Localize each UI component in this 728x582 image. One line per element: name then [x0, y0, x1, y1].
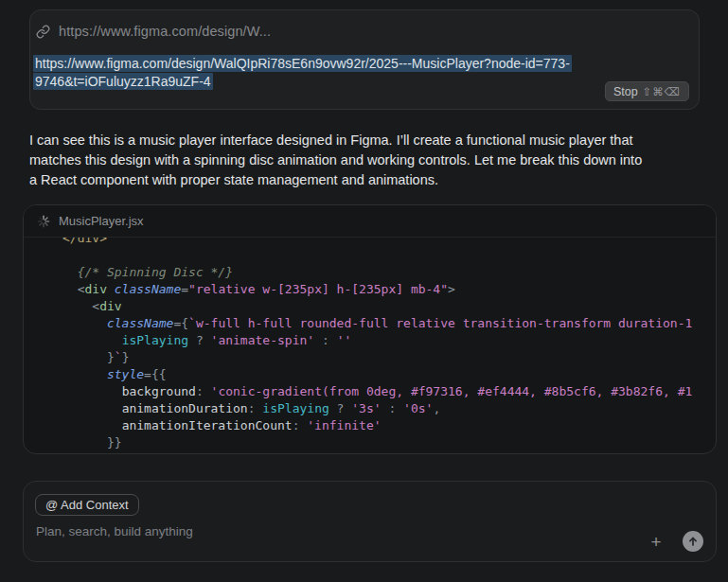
- code-line: </div>: [62, 238, 716, 247]
- arrow-up-icon: [686, 535, 700, 548]
- link-icon: [36, 25, 50, 39]
- selected-url-line-1: https://www.figma.com/design/WalQIpRi78s…: [33, 55, 572, 72]
- code-filename: MusicPlayer.jsx: [59, 214, 144, 228]
- code-card-header[interactable]: MusicPlayer.jsx: [24, 205, 716, 238]
- attach-plus-button[interactable]: +: [646, 531, 666, 552]
- composer: @ Add Context Plan, search, build anythi…: [23, 481, 717, 562]
- spinner-icon: [37, 215, 50, 228]
- code-line: animationIterationCount: 'infinite': [62, 417, 716, 434]
- code-card: MusicPlayer.jsx </div> {/* Spinning Disc…: [23, 204, 717, 454]
- code-line: isPlaying ? 'animate-spin' : '': [62, 332, 716, 349]
- code-line: style={{: [62, 366, 716, 383]
- code-line: }}: [62, 434, 716, 451]
- url-truncated-text: https://www.figma.com/design/W...: [59, 24, 271, 39]
- code-line: }`}: [62, 349, 716, 366]
- code-scroll-area[interactable]: </div> {/* Spinning Disc */} <div classN…: [24, 238, 716, 453]
- assistant-message-line: matches this design with a spinning disc…: [29, 150, 716, 170]
- stop-button-label: Stop: [613, 85, 638, 98]
- code-line: <div: [62, 298, 716, 315]
- assistant-message-line: I can see this is a music player interfa…: [29, 131, 716, 150]
- code-line: background: 'conic-gradient(from 0deg, #…: [62, 383, 716, 400]
- code-line: className={`w-full h-full rounded-full r…: [62, 315, 716, 332]
- chat-panel: https://www.figma.com/design/W... https:…: [0, 0, 728, 582]
- stop-shortcut-keys: ⇧⌘⌫: [643, 85, 681, 98]
- add-context-label: @ Add Context: [45, 498, 129, 512]
- add-context-button[interactable]: @ Add Context: [35, 494, 139, 516]
- link-row: https://www.figma.com/design/W...: [36, 24, 271, 39]
- code-content: </div> {/* Spinning Disc */} <div classN…: [62, 238, 716, 451]
- code-line: {/* Spinning Disc */}: [62, 264, 716, 281]
- stop-button[interactable]: Stop ⇧⌘⌫: [605, 81, 689, 101]
- assistant-message-line: a React component with proper state mana…: [29, 170, 716, 190]
- assistant-message: I can see this is a music player interfa…: [29, 131, 716, 190]
- url-message-card: https://www.figma.com/design/W... https:…: [29, 9, 700, 110]
- code-line: animationDuration: isPlaying ? '3s' : '0…: [62, 400, 716, 417]
- composer-input[interactable]: Plan, search, build anything: [36, 524, 193, 538]
- code-line: <div className="relative w-[235px] h-[23…: [62, 281, 716, 298]
- url-input-selection[interactable]: https://www.figma.com/design/WalQIpRi78s…: [33, 55, 572, 91]
- send-button[interactable]: [683, 531, 703, 552]
- selected-url-line-2: 9746&t=iOFuluyzz1Ra9uZF-4: [33, 73, 213, 90]
- code-line: [62, 247, 716, 264]
